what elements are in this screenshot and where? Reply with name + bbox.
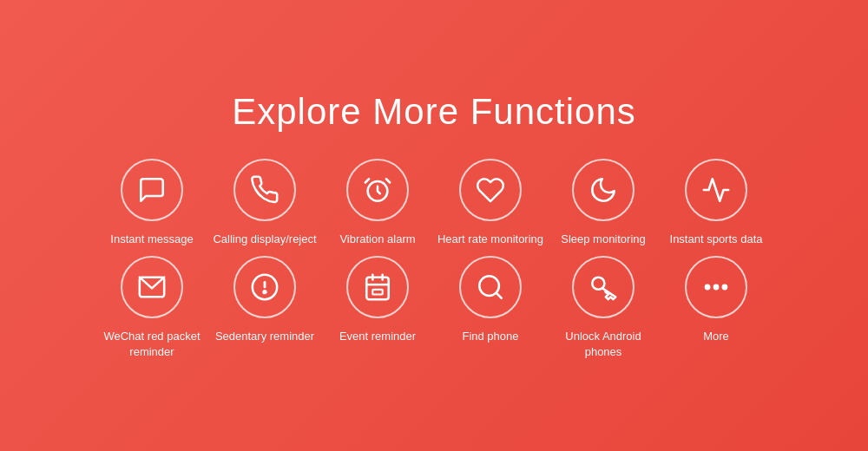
svg-point-14 <box>714 285 718 289</box>
feature-item-sedentary-reminder: Sedentary reminder <box>208 256 321 360</box>
svg-point-15 <box>723 285 727 289</box>
feature-label-event-reminder: Event reminder <box>339 329 416 344</box>
envelope-icon <box>121 256 183 318</box>
feature-item-heart-rate: Heart rate monitoring <box>434 159 547 247</box>
moon-icon <box>572 159 635 221</box>
exclamation-icon <box>233 256 296 318</box>
feature-item-event-reminder: Event reminder <box>321 256 434 360</box>
feature-label-find-phone: Find phone <box>462 329 518 344</box>
feature-label-instant-message: Instant message <box>110 232 193 247</box>
feature-item-instant-message: Instant message <box>95 159 208 247</box>
feature-label-heart-rate: Heart rate monitoring <box>437 232 543 247</box>
message-icon <box>121 159 183 221</box>
calendar-icon <box>346 256 409 318</box>
feature-item-wechat-red: WeChat red packet reminder <box>95 256 208 360</box>
feature-item-more: More <box>660 256 773 360</box>
feature-label-vibration-alarm: Vibration alarm <box>339 232 415 247</box>
feature-label-sleep-monitoring: Sleep monitoring <box>561 232 646 247</box>
svg-rect-5 <box>366 278 389 300</box>
feature-label-unlock-android: Unlock Android phones <box>547 329 660 360</box>
search-icon <box>459 256 522 318</box>
alarm-icon <box>346 159 409 221</box>
svg-point-12 <box>592 278 604 290</box>
feature-item-calling-display: Calling display/reject <box>208 159 321 247</box>
svg-point-4 <box>264 291 266 293</box>
feature-item-instant-sports: Instant sports data <box>660 159 773 247</box>
feature-item-find-phone: Find phone <box>434 256 547 360</box>
chart-icon <box>685 159 747 221</box>
feature-label-calling-display: Calling display/reject <box>213 232 316 247</box>
feature-label-sedentary-reminder: Sedentary reminder <box>215 329 314 344</box>
svg-line-11 <box>496 292 502 297</box>
feature-item-sleep-monitoring: Sleep monitoring <box>547 159 660 247</box>
svg-point-13 <box>706 285 709 289</box>
feature-item-unlock-android: Unlock Android phones <box>547 256 660 360</box>
feature-label-instant-sports: Instant sports data <box>670 232 763 247</box>
key-icon <box>572 256 635 318</box>
feature-label-wechat-red: WeChat red packet reminder <box>95 329 208 360</box>
heart-icon <box>459 159 522 221</box>
dots-icon <box>685 256 747 318</box>
feature-item-vibration-alarm: Vibration alarm <box>321 159 434 247</box>
phone-icon <box>233 159 296 221</box>
features-grid: Instant messageCalling display/rejectVib… <box>95 159 773 361</box>
page-title: Explore More Functions <box>232 91 636 133</box>
svg-rect-9 <box>372 290 382 295</box>
feature-label-more: More <box>703 329 729 344</box>
